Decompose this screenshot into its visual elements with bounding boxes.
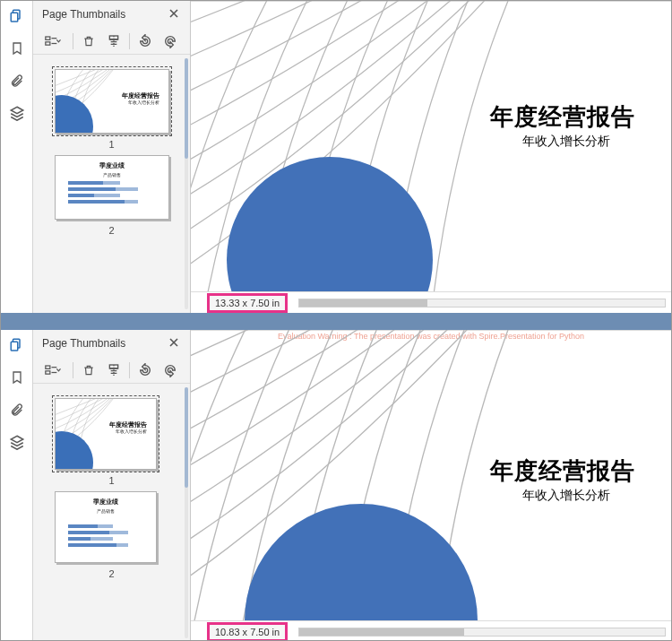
thumbnail-frame: 年度经营报告 年收入增长分析 <box>55 69 169 134</box>
nav-icon-strip <box>1 330 33 641</box>
print-range-icon[interactable] <box>104 360 124 380</box>
toolbar-separator <box>129 362 130 378</box>
panel-header: Page Thumbnails <box>33 1 190 28</box>
close-icon[interactable] <box>168 337 181 350</box>
slide-canvas[interactable]: Evaluation Warning : The presentation wa… <box>191 330 671 620</box>
svg-rect-11 <box>46 370 50 373</box>
mini-chart-graphic <box>68 524 143 555</box>
attachment-icon[interactable] <box>7 71 27 91</box>
thumbnail-number: 2 <box>55 568 169 579</box>
rotate-ccw-icon[interactable] <box>135 31 155 51</box>
thumbnail-frame: 季度业绩 产品销售 <box>55 491 157 563</box>
bookmark-icon[interactable] <box>7 368 27 387</box>
svg-rect-2 <box>46 37 50 39</box>
thumbnails-panel: Page Thumbnails <box>33 330 191 641</box>
svg-rect-4 <box>46 41 50 44</box>
mini-slide-subtitle: 年收入增长分析 <box>128 100 159 105</box>
thumbnail-page-2[interactable]: 季度业绩 产品销售 2 <box>55 155 169 236</box>
rotate-cw-icon[interactable] <box>160 360 180 380</box>
panel-toolbar <box>33 357 190 384</box>
panel-header: Page Thumbnails <box>33 330 190 357</box>
print-range-icon[interactable] <box>104 31 124 51</box>
slide-subtitle: 年收入增长分析 <box>522 488 610 504</box>
page-size-value: 10.83 x 7.50 in <box>215 627 280 637</box>
close-icon[interactable] <box>168 8 181 21</box>
pages-icon[interactable] <box>7 335 27 355</box>
thumbnail-frame: 年度经营报告 年收入增长分析 <box>55 398 157 470</box>
options-dropdown[interactable] <box>40 31 67 51</box>
pages-icon[interactable] <box>7 6 27 26</box>
mini-slide-title: 季度业绩 <box>56 161 168 170</box>
thumbnails-list: 年度经营报告 年收入增长分析 1 季度业绩 产品销售 2 <box>33 384 190 641</box>
mini-slide-subtitle: 产品销售 <box>56 172 168 178</box>
rotate-ccw-icon[interactable] <box>135 360 155 380</box>
page-size-readout: 10.83 x 7.50 in <box>209 624 286 640</box>
thumbnail-page-2[interactable]: 季度业绩 产品销售 2 <box>55 491 169 579</box>
page-size-readout: 13.33 x 7.50 in <box>209 295 286 311</box>
thumbnail-frame: 季度业绩 产品销售 <box>55 155 169 220</box>
svg-rect-1 <box>11 13 18 22</box>
thumbnail-number: 1 <box>55 475 169 486</box>
panel-title: Page Thumbnails <box>42 8 168 21</box>
panel-title: Page Thumbnails <box>42 337 168 350</box>
toolbar-separator <box>73 362 73 378</box>
thumbnails-scrollbar[interactable] <box>185 387 188 638</box>
layers-icon[interactable] <box>7 103 27 123</box>
svg-rect-9 <box>46 366 50 368</box>
document-viewer: ◂ Evaluation Warning : The presentation … <box>191 330 671 641</box>
mini-chart-graphic <box>68 181 156 212</box>
page-size-value: 13.33 x 7.50 in <box>215 298 280 308</box>
layers-icon[interactable] <box>7 432 27 452</box>
instance-divider <box>1 313 671 330</box>
thumbnails-scrollbar[interactable] <box>185 58 188 309</box>
status-bar: 13.33 x 7.50 in <box>191 291 671 313</box>
nav-icon-strip <box>1 1 33 313</box>
thumbnail-page-1[interactable]: 年度经营报告 年收入增长分析 1 <box>55 398 169 486</box>
thumbnails-panel: Page Thumbnails <box>33 1 191 313</box>
slide-canvas[interactable]: 年度经营报告 年收入增长分析 <box>191 1 671 291</box>
document-viewer: ◂ 年度经营报告 年收入增长分析 13.33 x 7.50 in <box>191 1 671 313</box>
viewer-instance-bottom: Page Thumbnails <box>1 330 671 641</box>
rotate-cw-icon[interactable] <box>160 31 180 51</box>
horizontal-scrollbar[interactable] <box>298 299 666 308</box>
thumbnail-number: 2 <box>55 225 169 236</box>
thumbnail-page-1[interactable]: 年度经营报告 年收入增长分析 1 <box>55 69 169 150</box>
viewer-instance-top: Page Thumbnails <box>1 1 671 313</box>
thumbnail-number: 1 <box>55 139 169 150</box>
mini-slide-subtitle: 产品销售 <box>56 508 156 514</box>
mini-slide-subtitle: 年收入增长分析 <box>116 429 147 434</box>
status-bar: 10.83 x 7.50 in <box>191 620 671 641</box>
attachment-icon[interactable] <box>7 400 27 420</box>
mini-slide-title: 季度业绩 <box>56 498 156 507</box>
bookmark-icon[interactable] <box>7 39 27 58</box>
delete-icon[interactable] <box>79 31 99 51</box>
horizontal-scrollbar[interactable] <box>298 628 666 637</box>
slide-title: 年度经营报告 <box>490 455 635 487</box>
slide-title: 年度经营报告 <box>490 101 635 133</box>
thumbnails-list: 年度经营报告 年收入增长分析 1 季度业绩 产品销售 2 <box>33 55 190 313</box>
panel-toolbar <box>33 28 190 55</box>
delete-icon[interactable] <box>79 360 99 380</box>
toolbar-separator <box>73 33 73 49</box>
slide-subtitle: 年收入增长分析 <box>522 134 610 150</box>
options-dropdown[interactable] <box>40 360 67 380</box>
svg-rect-8 <box>11 342 18 351</box>
toolbar-separator <box>129 33 130 49</box>
